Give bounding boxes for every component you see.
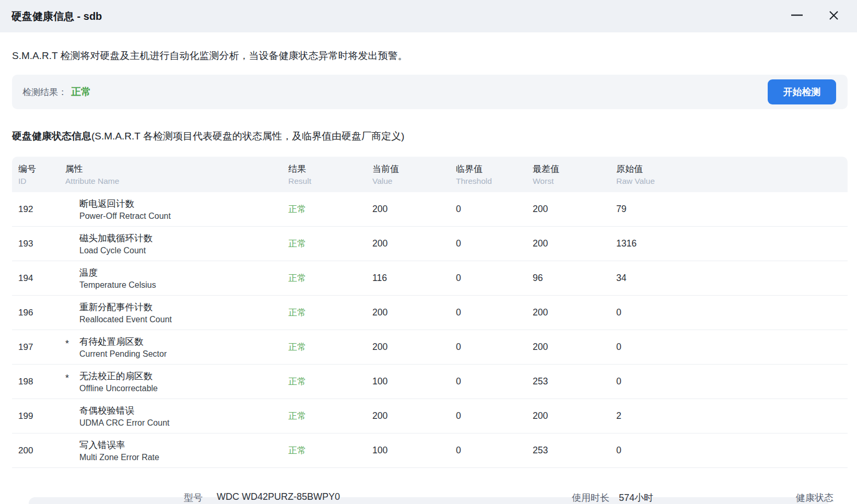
footer-model-label: 型号 <box>184 491 203 504</box>
cell-worst: 200 <box>527 342 611 353</box>
header-cell-result: 结果 Result <box>283 163 367 186</box>
cell-raw: 0 <box>611 307 848 318</box>
cell-id: 192 <box>12 204 60 215</box>
attribute-name-en: Current Pending Sector <box>79 349 167 359</box>
cell-threshold: 0 <box>451 445 527 456</box>
cell-id: 194 <box>12 273 60 284</box>
cell-value: 116 <box>367 273 451 284</box>
cell-value: 200 <box>367 411 451 421</box>
cell-attribute: 重新分配事件计数Reallocated Event Count <box>60 301 283 324</box>
cell-raw: 0 <box>611 445 848 456</box>
section-heading: 硬盘健康状态信息(S.M.A.R.T 各检测项目代表硬盘的状态属性，及临界值由硬… <box>12 130 844 143</box>
header-cell-attribute: 属性 Attribute Name <box>60 163 283 186</box>
attribute-name-en: Reallocated Event Count <box>79 315 172 324</box>
attribute-name: 有待处置扇区数Current Pending Sector <box>79 335 167 359</box>
minimize-button[interactable] <box>789 8 805 24</box>
attribute-name: 写入错误率Multi Zone Error Rate <box>79 439 159 462</box>
table-header: 编号 ID 属性 Attribute Name 结果 Result 当前值 Va… <box>12 157 848 192</box>
table-row: 197*有待处置扇区数Current Pending Sector正常20002… <box>12 330 848 365</box>
table-row: 196重新分配事件计数Reallocated Event Count正常2000… <box>12 296 848 330</box>
cell-result: 正常 <box>283 272 367 284</box>
cell-threshold: 0 <box>451 376 527 387</box>
attribute-name-zh: 磁头加载循环计数 <box>79 232 152 244</box>
cell-worst: 253 <box>527 376 611 387</box>
attribute-name-zh: 写入错误率 <box>79 439 159 451</box>
cell-result: 正常 <box>283 444 367 456</box>
attribute-name-zh: 重新分配事件计数 <box>79 301 172 313</box>
footer-usage-label: 使用时长 <box>572 491 609 504</box>
cell-value: 200 <box>367 204 451 215</box>
attribute-flag: * <box>65 373 79 384</box>
table-row: 200写入错误率Multi Zone Error Rate正常10002530 <box>12 433 848 468</box>
cell-result: 正常 <box>283 341 367 353</box>
cell-value: 100 <box>367 376 451 387</box>
attribute-flag: * <box>65 338 79 349</box>
cell-attribute: *有待处置扇区数Current Pending Sector <box>60 335 283 359</box>
cell-threshold: 0 <box>451 204 527 215</box>
cell-value: 200 <box>367 238 451 249</box>
cell-worst: 200 <box>527 238 611 249</box>
cell-value: 200 <box>367 342 451 353</box>
attribute-name: 无法校正的扇区数Offline Uncorrectable <box>79 370 158 393</box>
section-heading-note: (S.M.A.R.T 各检测项目代表硬盘的状态属性，及临界值由硬盘厂商定义) <box>91 131 404 142</box>
table-row: 198*无法校正的扇区数Offline Uncorrectable正常10002… <box>12 365 848 399</box>
attribute-name: 磁头加载循环计数Load Cycle Count <box>79 232 152 255</box>
cell-result: 正常 <box>283 203 367 215</box>
attribute-name-zh: 断电返回计数 <box>79 197 171 210</box>
cell-raw: 1316 <box>611 238 848 249</box>
cell-attribute: 写入错误率Multi Zone Error Rate <box>60 439 283 462</box>
cell-threshold: 0 <box>451 238 527 249</box>
cell-attribute: 磁头加载循环计数Load Cycle Count <box>60 232 283 255</box>
attribute-name: 断电返回计数Power-Off Retract Count <box>79 197 171 221</box>
cell-result: 正常 <box>283 410 367 422</box>
table-body: 192断电返回计数Power-Off Retract Count正常200020… <box>12 192 848 468</box>
cell-value: 100 <box>367 445 451 456</box>
page-title: 硬盘健康信息 - sdb <box>11 9 102 24</box>
cell-worst: 200 <box>527 204 611 215</box>
cell-attribute: 奇偶校验错误UDMA CRC Error Count <box>60 404 283 428</box>
cell-id: 200 <box>12 446 60 456</box>
start-scan-button[interactable]: 开始检测 <box>768 79 836 104</box>
attribute-name-zh: 有待处置扇区数 <box>79 335 167 348</box>
table-row: 192断电返回计数Power-Off Retract Count正常200020… <box>12 192 848 227</box>
cell-raw: 34 <box>611 273 848 284</box>
cell-value: 200 <box>367 307 451 318</box>
table-row: 199奇偶校验错误UDMA CRC Error Count正常20002002 <box>12 399 848 433</box>
cell-id: 196 <box>12 308 60 318</box>
header-cell-id: 编号 ID <box>12 163 60 186</box>
header-cell-worst: 最差值 Worst <box>527 163 611 186</box>
cell-raw: 0 <box>611 342 848 353</box>
footer-model-value: WDC WD42PURZ-85BWPY0 <box>217 491 340 502</box>
attribute-name-zh: 温度 <box>79 266 156 279</box>
attribute-name-zh: 奇偶校验错误 <box>79 404 169 417</box>
close-icon <box>828 10 839 23</box>
cell-attribute: 温度Temperature Celsius <box>60 266 283 290</box>
section-heading-title: 硬盘健康状态信息 <box>12 131 91 142</box>
dialog-titlebar: 硬盘健康信息 - sdb <box>0 0 857 32</box>
attribute-name-en: Power-Off Retract Count <box>79 212 171 221</box>
cell-raw: 2 <box>611 411 848 421</box>
attribute-name-en: Load Cycle Count <box>79 246 152 255</box>
attribute-name: 重新分配事件计数Reallocated Event Count <box>79 301 172 324</box>
footer-usage-value: 574小时 <box>619 491 653 504</box>
minimize-icon <box>791 10 803 22</box>
smart-table: 编号 ID 属性 Attribute Name 结果 Result 当前值 Va… <box>12 157 848 468</box>
cell-worst: 96 <box>527 273 611 284</box>
attribute-name-en: Offline Uncorrectable <box>79 384 158 393</box>
result-status: 正常 <box>71 85 91 99</box>
cell-attribute: *无法校正的扇区数Offline Uncorrectable <box>60 370 283 393</box>
attribute-name-en: Temperature Celsius <box>79 280 156 290</box>
attribute-name-en: UDMA CRC Error Count <box>79 418 169 428</box>
result-label: 检测结果： <box>22 86 67 98</box>
close-button[interactable] <box>826 8 841 24</box>
result-panel: 检测结果： 正常 开始检测 <box>12 75 848 109</box>
cell-threshold: 0 <box>451 411 527 421</box>
footer-health-label: 健康状态 <box>796 491 833 504</box>
attribute-name-zh: 无法校正的扇区数 <box>79 370 158 382</box>
footer-panel <box>29 497 828 504</box>
cell-threshold: 0 <box>451 342 527 353</box>
cell-worst: 200 <box>527 411 611 421</box>
header-cell-threshold: 临界值 Threshold <box>451 163 527 186</box>
cell-threshold: 0 <box>451 307 527 318</box>
cell-raw: 0 <box>611 376 848 387</box>
